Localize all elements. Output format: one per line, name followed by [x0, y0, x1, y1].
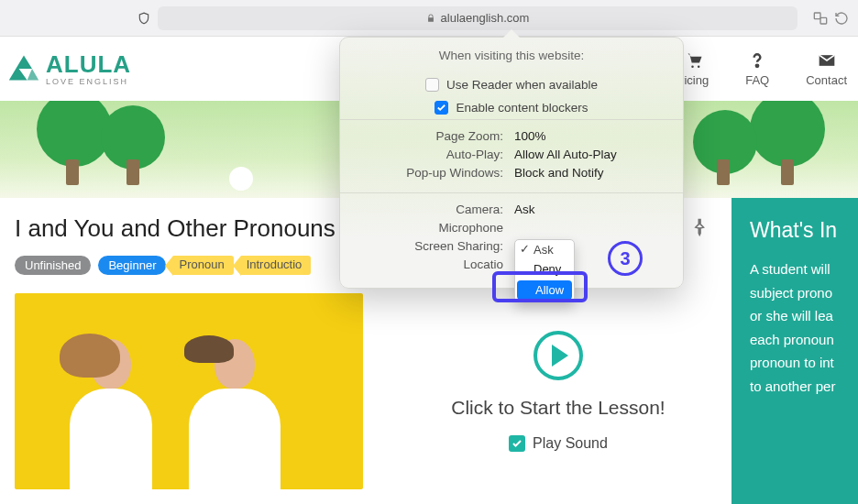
permission-dropdown[interactable]: Ask Deny Allow — [514, 239, 575, 302]
page-zoom-value[interactable]: 100% — [514, 129, 666, 143]
url-text: alulaenglish.com — [441, 11, 530, 25]
sidebar-body: A student will subject prono or she will… — [750, 257, 842, 398]
content-blockers-label: Enable content blockers — [456, 101, 588, 115]
dropdown-option-allow[interactable]: Allow — [517, 280, 572, 300]
svg-point-2 — [691, 65, 694, 68]
start-lesson-label: Click to Start the Lesson! — [451, 397, 665, 419]
microphone-value[interactable] — [514, 221, 666, 235]
camera-value[interactable]: Ask — [514, 203, 666, 216]
level-badge: Beginner — [98, 256, 166, 275]
popover-header: When visiting this website: — [357, 49, 666, 62]
dropdown-option-deny[interactable]: Deny — [515, 259, 574, 279]
svg-point-3 — [698, 65, 700, 68]
brand-logo[interactable]: ALULA LOVE ENGLISH — [7, 52, 131, 86]
lesson-sidebar: What's In A student will subject prono o… — [732, 198, 858, 504]
tracking-shield-icon[interactable] — [138, 11, 150, 26]
checkbox-checked-icon — [434, 101, 448, 115]
svg-point-4 — [756, 64, 758, 66]
lock-icon — [426, 13, 435, 24]
reader-label: Use Reader when available — [446, 78, 598, 92]
toolbar-right-icons — [812, 11, 849, 26]
tag-introduction[interactable]: Introductio — [241, 256, 312, 275]
dropdown-option-ask[interactable]: Ask — [515, 240, 574, 259]
refresh-icon[interactable] — [834, 11, 849, 26]
browser-toolbar: alulaenglish.com — [0, 0, 858, 37]
cart-icon — [684, 51, 706, 70]
question-icon — [746, 51, 768, 70]
brand-tagline: LOVE ENGLISH — [46, 78, 131, 86]
nav-contact[interactable]: Contact — [806, 51, 847, 87]
screenshare-label: Screen Sharing: — [357, 239, 503, 253]
pin-icon[interactable] — [691, 218, 710, 236]
reader-row[interactable]: Use Reader when available — [340, 73, 683, 96]
play-sound-label: Play Sound — [533, 435, 608, 452]
checkbox-checked-icon — [509, 435, 525, 452]
start-lesson-button[interactable] — [534, 331, 583, 380]
tag-pronoun[interactable]: Pronoun — [173, 256, 233, 275]
address-bar[interactable]: alulaenglish.com — [158, 6, 798, 30]
camera-label: Camera: — [357, 203, 503, 216]
translate-icon[interactable] — [812, 11, 829, 26]
popups-value[interactable]: Block and Notify — [514, 166, 666, 180]
site-settings-popover: When visiting this website: Use Reader w… — [339, 37, 684, 289]
nav-pricing-label: ricing — [680, 73, 709, 87]
logo-icon — [7, 52, 40, 85]
status-badge: Unfinished — [15, 256, 91, 275]
page-zoom-label: Page Zoom: — [357, 129, 503, 143]
content-blockers-row[interactable]: Enable content blockers — [340, 96, 683, 119]
play-sound-toggle[interactable]: Play Sound — [509, 435, 608, 452]
play-icon — [552, 345, 568, 367]
svg-rect-1 — [820, 17, 827, 24]
svg-rect-0 — [814, 13, 820, 19]
autoplay-label: Auto-Play: — [357, 148, 503, 161]
nav-contact-label: Contact — [806, 73, 847, 87]
lesson-image — [15, 293, 363, 489]
mail-icon — [816, 51, 838, 70]
popups-label: Pop-up Windows: — [357, 166, 503, 180]
checkbox-unchecked-icon — [425, 78, 439, 92]
microphone-label: Microphone — [357, 221, 503, 235]
nav-faq-label: FAQ — [745, 73, 769, 87]
sidebar-title: What's In — [750, 218, 842, 243]
nav-pricing[interactable]: ricing — [680, 51, 709, 87]
brand-name: ALULA — [46, 52, 131, 76]
autoplay-value[interactable]: Allow All Auto-Play — [514, 148, 666, 161]
step-number-badge: 3 — [608, 241, 643, 276]
nav-faq[interactable]: FAQ — [745, 51, 769, 87]
location-label: Locatio — [357, 257, 503, 271]
